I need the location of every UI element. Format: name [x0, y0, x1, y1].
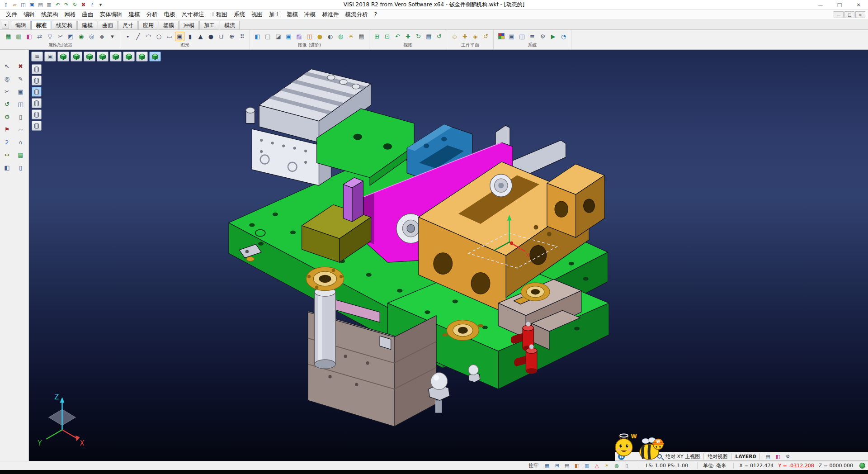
close-button[interactable]: ×	[849, 0, 868, 9]
view-top-button[interactable]	[57, 52, 69, 62]
menu-item[interactable]: 分析	[143, 10, 161, 19]
tab-application[interactable]: 应用	[138, 21, 158, 29]
menu-item[interactable]: ?	[371, 10, 381, 19]
view-mode-label[interactable]: 绝对视图	[708, 453, 727, 460]
save-icon[interactable]: ◫	[19, 1, 28, 9]
select-icon[interactable]: ↖	[2, 61, 13, 71]
refresh-icon[interactable]: ↻	[71, 1, 79, 9]
ucs-cube-icon[interactable]: ◧	[573, 462, 581, 469]
delete-icon[interactable]: ✖	[79, 1, 88, 9]
menu-item[interactable]: 加工	[266, 10, 283, 19]
layer-color-icon[interactable]: ◧	[774, 453, 782, 460]
attributes-icon[interactable]: ▦	[4, 32, 13, 41]
mdi-close-button[interactable]: ×	[855, 11, 865, 18]
view-window-button[interactable]: ▣	[44, 52, 56, 62]
copy-icon[interactable]: ▣	[15, 86, 26, 97]
tab-edit[interactable]: 编辑	[11, 21, 31, 29]
visibility-icon[interactable]: ◉	[76, 32, 86, 41]
shaded-edges-icon[interactable]: ▣	[284, 32, 293, 41]
filter-points-button[interactable]	[32, 64, 42, 74]
layers-icon[interactable]: ▥	[583, 462, 591, 469]
pan-icon[interactable]: ✚	[403, 32, 413, 41]
plane-icon[interactable]: ▱	[15, 124, 26, 135]
redraw-icon[interactable]: ↺	[434, 32, 444, 41]
menu-item[interactable]: 编辑	[20, 10, 38, 19]
database-icon[interactable]: ≡	[528, 32, 537, 41]
menu-item[interactable]: 尺寸标注	[179, 10, 208, 19]
workplane-origin-icon[interactable]: ✚	[460, 32, 470, 41]
view-iso2-button[interactable]	[149, 52, 161, 62]
snapshot-icon[interactable]: ▤	[357, 32, 366, 41]
menu-item[interactable]: 电极	[161, 10, 179, 19]
view-back-button[interactable]	[110, 52, 122, 62]
tab-dimension[interactable]: 尺寸	[118, 21, 138, 29]
capture-icon[interactable]: ◫	[517, 32, 527, 41]
isolate-icon[interactable]: ◎	[87, 32, 96, 41]
plot-icon[interactable]: ▥	[45, 1, 53, 9]
color-palette-icon[interactable]	[496, 32, 506, 41]
model-part-roller[interactable]	[490, 174, 512, 197]
snap-icon[interactable]: ▦	[543, 462, 551, 469]
menu-item[interactable]: 建模	[126, 10, 143, 19]
tab-machining[interactable]: 加工	[199, 21, 219, 29]
view-front-button[interactable]	[71, 52, 82, 62]
color-filter-icon[interactable]: ◧	[24, 32, 34, 41]
extrude-icon[interactable]: ⊔	[217, 32, 226, 41]
workplane-icon[interactable]: ◇	[450, 32, 459, 41]
anchor-toggle[interactable]: 拴牢	[528, 462, 538, 469]
zoom-icon[interactable]: ◎	[2, 73, 13, 84]
tab-surface[interactable]: 曲面	[98, 21, 118, 29]
rotate-view-icon[interactable]: ↻	[414, 32, 423, 41]
notes-icon[interactable]: ▯	[15, 162, 26, 173]
printer-icon[interactable]: ▤	[563, 462, 571, 469]
solid-box-icon[interactable]: ▣	[175, 32, 184, 41]
tab-flow[interactable]: 模流	[220, 21, 240, 29]
save-all-icon[interactable]: ▣	[28, 1, 36, 9]
view-settings-icon[interactable]: ⚙	[783, 453, 792, 460]
view-iso-button[interactable]	[136, 52, 148, 62]
view-bottom-button[interactable]	[123, 52, 135, 62]
menu-item[interactable]: 工程图	[208, 10, 231, 19]
filter-surfaces-button[interactable]	[32, 87, 42, 97]
cone-icon[interactable]: ▲	[196, 32, 205, 41]
menu-item[interactable]: 曲面	[79, 10, 97, 19]
arc-icon[interactable]: ◠	[144, 32, 153, 41]
lock-filter-icon[interactable]: ◆	[97, 32, 107, 41]
coord-mode-icon[interactable]: △	[593, 462, 601, 469]
mdi-restore-button[interactable]: □	[844, 11, 854, 18]
undo-icon[interactable]: ↶	[53, 1, 62, 9]
workplane-reset-icon[interactable]: ↺	[481, 32, 491, 41]
wireframe-view-icon[interactable]: □	[263, 32, 273, 41]
mask-icon[interactable]: ◩	[66, 32, 75, 41]
minimize-button[interactable]: —	[811, 0, 830, 9]
open-file-icon[interactable]: ▱	[10, 1, 19, 9]
swap-attributes-icon[interactable]: ⇄	[35, 32, 44, 41]
flag-icon[interactable]: ⚑	[2, 124, 13, 135]
filter-more-icon[interactable]: ▾	[108, 32, 117, 41]
line-icon[interactable]: ╱	[133, 32, 143, 41]
circle-icon[interactable]: ○	[154, 32, 164, 41]
menu-item[interactable]: 模流分析	[342, 10, 371, 19]
rectangle-icon[interactable]: ▭	[165, 32, 174, 41]
zoom-all-icon[interactable]: ⊞	[372, 32, 382, 41]
3d-viewport[interactable]: X	[29, 50, 868, 461]
layer-manager-icon[interactable]: ▤	[764, 453, 772, 460]
mirror-icon[interactable]: ◫	[15, 99, 26, 109]
redo-icon[interactable]: ↷	[62, 1, 71, 9]
doc-icon[interactable]: ▯	[623, 462, 631, 469]
transparency-icon[interactable]: ▨	[294, 32, 304, 41]
tab-mold[interactable]: 塑膜	[159, 21, 179, 29]
tab-overflow-caret[interactable]: ▾	[2, 21, 9, 29]
filter-meshes-button[interactable]	[32, 109, 42, 119]
measure-icon[interactable]: ↔	[2, 149, 13, 160]
half-shade-icon[interactable]: ◧	[2, 162, 13, 173]
render-icon[interactable]: ●	[315, 32, 325, 41]
material-icon[interactable]: ◍	[336, 32, 345, 41]
point-icon[interactable]: ∙	[123, 32, 132, 41]
grid-toggle-icon[interactable]: ⊞	[553, 462, 561, 469]
boolean-icon[interactable]: ⊕	[227, 32, 236, 41]
tab-die[interactable]: 冲模	[179, 21, 199, 29]
gear-icon[interactable]: ⚙	[2, 111, 13, 122]
maximize-button[interactable]: □	[830, 0, 849, 9]
model-part-guide-pillar[interactable]	[315, 287, 336, 369]
